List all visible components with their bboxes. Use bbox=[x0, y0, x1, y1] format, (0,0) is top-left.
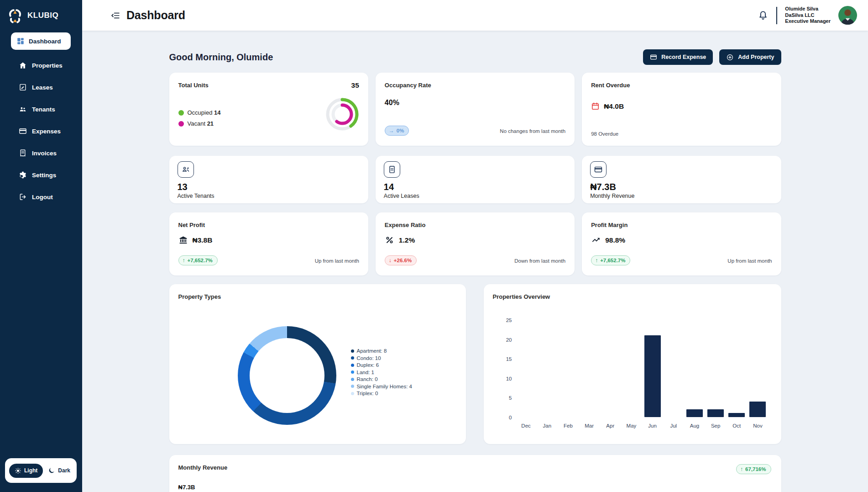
y-axis-tick: 20 bbox=[506, 337, 512, 343]
x-axis-label: Jul bbox=[663, 423, 684, 429]
y-axis-tick: 0 bbox=[509, 415, 512, 420]
bar-column-oct: Oct bbox=[726, 320, 747, 417]
logout-icon bbox=[19, 193, 27, 201]
percent-icon bbox=[385, 235, 394, 245]
bar-column-jun: Jun bbox=[642, 320, 663, 417]
theme-dark-label: Dark bbox=[58, 467, 70, 474]
credit-card-icon bbox=[19, 127, 27, 135]
property-type-legend-item: Triplex: 0 bbox=[351, 391, 412, 396]
arrow-up-icon: ↑ bbox=[183, 257, 185, 264]
sidebar-item-expenses[interactable]: Expenses bbox=[0, 120, 82, 142]
bar-column-feb: Feb bbox=[558, 320, 579, 417]
total-units-card: Total Units 35 Occupied 14 Vacant 21 bbox=[169, 73, 368, 146]
net-profit-badge: ↑ +7,652.7% bbox=[178, 255, 218, 265]
vacant-dot bbox=[178, 121, 184, 127]
sidebar-item-logout[interactable]: Logout bbox=[0, 186, 82, 208]
add-property-button[interactable]: Add Property bbox=[719, 49, 781, 65]
card-title: Total Units bbox=[178, 82, 209, 89]
property-types-card: Property Types Apartment: 8Condo: 10Dupl… bbox=[169, 284, 466, 444]
legend-dot-icon bbox=[351, 370, 354, 374]
user-avatar[interactable] bbox=[838, 6, 857, 25]
sidebar-item-label: Logout bbox=[32, 194, 53, 201]
user-info: Olumide Silva DaSilva LLC Executive Mana… bbox=[785, 6, 831, 25]
rent-overdue-card: Rent Overdue ₦4.0B 98 Overdue bbox=[582, 73, 781, 146]
occupied-label: Occupied bbox=[188, 109, 213, 116]
sidebar-item-properties[interactable]: Properties bbox=[0, 54, 82, 76]
legend-label: Apartment: 8 bbox=[357, 348, 387, 354]
sidebar-item-tenants[interactable]: Tenants bbox=[0, 98, 82, 120]
lease-document-icon bbox=[19, 83, 27, 91]
theme-dark-button[interactable]: Dark bbox=[45, 467, 73, 474]
card-title: Rent Overdue bbox=[591, 82, 630, 89]
y-axis-tick: 25 bbox=[506, 317, 512, 323]
greeting-text: Good Morning, Olumide bbox=[169, 52, 273, 63]
sidebar-collapse-icon[interactable] bbox=[110, 11, 120, 21]
legend-label: Single Family Homes: 4 bbox=[357, 384, 412, 389]
active-leases-card: 14 Active Leases bbox=[376, 156, 575, 203]
theme-light-button[interactable]: Light bbox=[9, 464, 43, 478]
active-leases-value: 14 bbox=[384, 182, 566, 192]
rent-overdue-note: 98 Overdue bbox=[591, 131, 618, 137]
card-title: Expense Ratio bbox=[385, 222, 426, 228]
legend-label: Ranch: 0 bbox=[357, 376, 378, 382]
property-type-legend-item: Single Family Homes: 4 bbox=[351, 384, 412, 389]
x-axis-label: Feb bbox=[558, 423, 579, 429]
revenue-icon-box bbox=[590, 161, 607, 178]
bar-column-jan: Jan bbox=[537, 320, 558, 417]
bank-icon bbox=[178, 235, 188, 245]
profit-margin-card: Profit Margin 98.8% ↑ +7,652.7% Up from … bbox=[582, 212, 781, 275]
bar-column-may: May bbox=[621, 320, 642, 417]
card-title: Profit Margin bbox=[591, 222, 627, 228]
expense-ratio-note: Down from last month bbox=[514, 258, 565, 264]
chart-title: Properties Overview bbox=[493, 293, 550, 300]
record-expense-button[interactable]: Record Expense bbox=[643, 49, 713, 65]
sidebar-item-settings[interactable]: Settings bbox=[0, 164, 82, 186]
receipt-icon bbox=[19, 149, 27, 157]
sidebar-item-label: Invoices bbox=[32, 150, 57, 157]
net-profit-note: Up from last month bbox=[315, 258, 359, 264]
legend-dot-icon bbox=[351, 392, 354, 395]
monthly-revenue-badge: ↑ 67,716% bbox=[736, 464, 771, 474]
main-content: Good Morning, Olumide Record Expense Add… bbox=[82, 31, 868, 492]
y-axis-tick: 5 bbox=[509, 395, 512, 401]
sidebar-nav: Dashboard Properties Leases Tenants bbox=[0, 32, 82, 208]
klubiq-logo-icon bbox=[6, 7, 24, 24]
expense-ratio-badge-value: +26.6% bbox=[394, 258, 412, 263]
sidebar-item-invoices[interactable]: Invoices bbox=[0, 142, 82, 164]
credit-card-icon bbox=[650, 53, 657, 61]
dashboard-grid-icon bbox=[16, 37, 25, 45]
bar-column-apr: Apr bbox=[600, 320, 621, 417]
y-axis-tick: 10 bbox=[506, 376, 512, 381]
occupied-value: 14 bbox=[214, 109, 220, 116]
total-units-legend: Occupied 14 Vacant 21 bbox=[178, 109, 221, 127]
arrow-down-icon: ↓ bbox=[389, 257, 392, 264]
net-profit-card: Net Profit ₦3.8B ↑ +7,652.7% Up from las… bbox=[169, 212, 368, 275]
monthly-revenue-stat-label: Monthly Revenue bbox=[590, 193, 773, 199]
sidebar-item-leases[interactable]: Leases bbox=[0, 76, 82, 98]
bar-aug bbox=[686, 409, 703, 417]
active-tenants-value: 13 bbox=[178, 182, 360, 192]
leases-icon-box bbox=[384, 161, 400, 178]
people-outline-icon bbox=[181, 165, 190, 174]
card-title: Monthly Revenue bbox=[178, 464, 228, 471]
bar-sep bbox=[707, 409, 724, 417]
occupancy-rate-value: 40% bbox=[385, 99, 399, 107]
x-axis-label: May bbox=[621, 423, 642, 429]
sun-icon bbox=[15, 467, 21, 474]
legend-dot-icon bbox=[351, 356, 354, 360]
notifications-bell-icon[interactable] bbox=[758, 10, 769, 21]
legend-dot-icon bbox=[351, 364, 354, 367]
page-title: Dashboard bbox=[126, 9, 185, 22]
user-company: DaSilva LLC bbox=[785, 12, 831, 19]
net-profit-badge-value: +7,652.7% bbox=[188, 258, 213, 263]
bar-column-mar: Mar bbox=[579, 320, 600, 417]
sidebar-item-dashboard[interactable]: Dashboard bbox=[11, 32, 71, 50]
vacant-legend-row: Vacant 21 bbox=[178, 120, 221, 127]
occupied-dot bbox=[178, 110, 184, 116]
expense-ratio-badge: ↓ +26.6% bbox=[385, 255, 417, 265]
occupancy-note: No changes from last month bbox=[500, 128, 565, 134]
sidebar-item-label: Dashboard bbox=[29, 38, 61, 45]
properties-overview-bar-chart: 0510152025 DecJanFebMarAprMayJunJulAugSe… bbox=[500, 320, 769, 434]
legend-dot-icon bbox=[351, 349, 354, 353]
people-icon bbox=[19, 105, 27, 113]
